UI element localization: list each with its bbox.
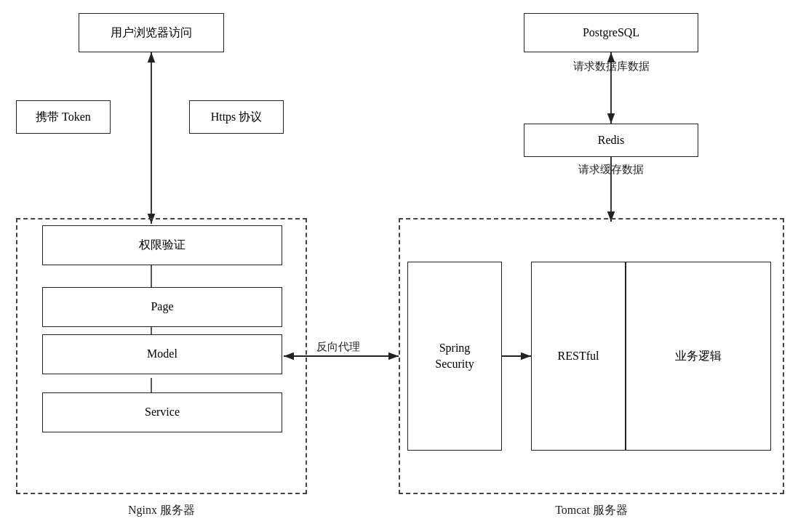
business-label: 业务逻辑 (675, 348, 722, 364)
restful-box: RESTful (531, 262, 626, 451)
auth-box: 权限验证 (42, 225, 282, 265)
reverse-proxy-label: 反向代理 (287, 340, 389, 354)
token-box: 携带 Token (16, 100, 111, 134)
model-box: Model (42, 334, 282, 374)
business-box: 业务逻辑 (626, 262, 771, 451)
auth-label: 权限验证 (139, 237, 185, 253)
request-cache-label: 请求缓存数据 (553, 163, 669, 177)
nginx-server-label: Nginx 服务器 (16, 503, 307, 518)
postgresql-box: PostgreSQL (524, 13, 698, 52)
redis-box: Redis (524, 124, 698, 157)
browser-label: 用户浏览器访问 (111, 25, 192, 41)
browser-box: 用户浏览器访问 (79, 13, 224, 52)
service-label: Service (145, 404, 180, 420)
postgresql-label: PostgreSQL (583, 25, 639, 41)
restful-label: RESTful (558, 348, 599, 364)
page-label: Page (151, 299, 173, 315)
page-box: Page (42, 287, 282, 327)
redis-label: Redis (598, 132, 624, 148)
service-box: Service (42, 392, 282, 432)
spring-box: Spring Security (407, 262, 502, 451)
architecture-diagram: 用户浏览器访问 携带 Token Https 协议 PostgreSQL 请求数… (0, 0, 806, 532)
token-label: 携带 Token (36, 109, 91, 125)
spring-label: Spring Security (435, 340, 474, 373)
https-box: Https 协议 (189, 100, 284, 134)
https-label: Https 协议 (211, 109, 263, 125)
model-label: Model (147, 346, 177, 362)
request-db-label: 请求数据库数据 (553, 60, 669, 73)
tomcat-server-label: Tomcat 服务器 (399, 503, 784, 518)
